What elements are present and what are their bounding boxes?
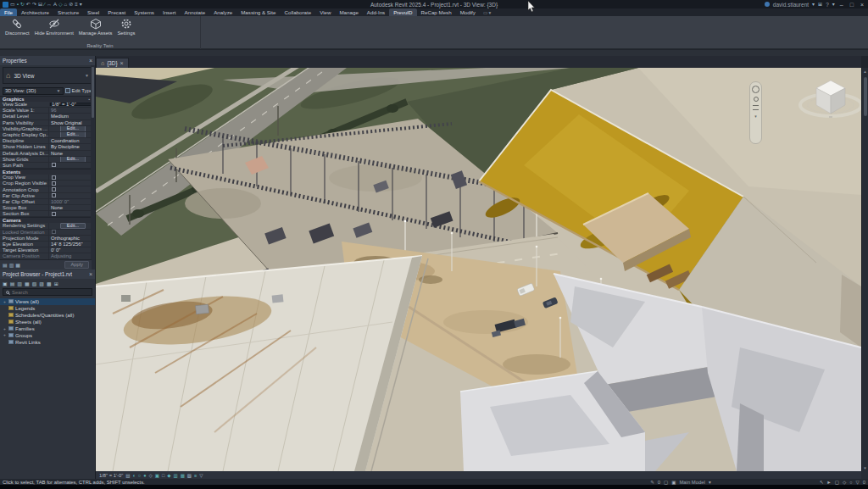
property-row[interactable]: Annotation Crop <box>0 186 95 192</box>
property-row[interactable]: View Scale1/8" = 1'-0" <box>0 102 95 108</box>
pan-icon[interactable] <box>753 105 759 106</box>
tab-manage[interactable]: Manage <box>335 8 362 16</box>
property-row[interactable]: Visibility/Graphics ...Edit... <box>0 126 95 132</box>
tab-recap-mesh[interactable]: ReCap Mesh <box>417 8 456 16</box>
browser-schedules-icon[interactable]: ▦ <box>25 281 30 286</box>
expander-icon[interactable]: + <box>3 299 7 304</box>
zoom-icon[interactable] <box>754 97 759 102</box>
user-avatar[interactable] <box>765 2 770 7</box>
shadows-icon[interactable]: ● <box>143 473 146 478</box>
tab-analyze[interactable]: Analyze <box>209 8 236 16</box>
property-row[interactable]: Show Hidden LinesBy Discipline <box>0 144 95 150</box>
edit-button[interactable]: Edit... <box>60 126 86 131</box>
browser-search[interactable] <box>3 288 92 296</box>
tab-insert[interactable]: Insert <box>159 8 180 16</box>
property-row[interactable]: Rendering SettingsEdit... <box>0 223 95 229</box>
signed-in-user[interactable]: david.stlaurent <box>773 2 809 8</box>
select-pinned-icon[interactable]: ▢ <box>835 480 839 485</box>
tree-item-revit-links[interactable]: Revit Links <box>0 338 95 345</box>
temporary-view-properties-icon[interactable]: ▧ <box>187 473 192 478</box>
tree-item-schedules[interactable]: Schedules/Quantities (all) <box>0 312 95 319</box>
property-row[interactable]: Show GridsEdit... <box>0 157 95 163</box>
crop-view-icon[interactable]: ▣ <box>155 473 159 478</box>
revit-app-icon[interactable] <box>3 2 8 8</box>
browser-families-icon[interactable]: ▧ <box>32 281 37 286</box>
property-row[interactable]: Graphic Display Op...Edit... <box>0 132 95 138</box>
scroll-down-icon[interactable]: ▼ <box>863 464 866 471</box>
properties-scrollbar[interactable] <box>91 65 95 270</box>
undo-icon[interactable]: ↶ <box>26 1 31 8</box>
restore-button[interactable]: □ <box>849 2 855 8</box>
navbar-chevron-icon[interactable]: ▾ <box>754 114 757 119</box>
drag-on-selection-icon[interactable]: ○ <box>849 480 852 485</box>
tab-view[interactable]: View <box>315 8 335 16</box>
properties-close-icon[interactable]: × <box>89 58 92 64</box>
measure-icon[interactable]: ∕ <box>44 1 45 8</box>
steering-wheel-icon[interactable] <box>752 86 760 93</box>
navigation-bar[interactable]: ▾ <box>749 81 762 144</box>
default-3d-view-icon[interactable]: ⌂ <box>64 1 68 8</box>
crop-region-visible-checkbox[interactable] <box>52 181 56 186</box>
lock-3d-view-icon[interactable]: ◆ <box>167 473 170 478</box>
manage-assets-button[interactable]: Manage Assets <box>79 18 113 36</box>
browser-home-icon[interactable]: ▣ <box>3 281 8 286</box>
open-icon[interactable]: ▭ <box>10 1 15 8</box>
tab-modify[interactable]: Modify <box>456 8 480 16</box>
design-options-icon[interactable]: ▣ <box>671 480 676 485</box>
thin-lines-icon[interactable]: ≡ <box>75 1 78 8</box>
close-button[interactable]: × <box>859 2 865 8</box>
print-icon[interactable]: ⊟ <box>38 1 42 8</box>
property-row[interactable]: Detail LevelMedium <box>0 114 95 119</box>
ribbon-display-toggle-icon[interactable]: ▭ ▾ <box>483 8 492 16</box>
edit-button[interactable]: Edit... <box>60 132 86 137</box>
property-row[interactable]: Parts VisibilityShow Original <box>0 120 95 126</box>
dimension-icon[interactable]: ↔ <box>47 1 52 8</box>
view-selector-dropdown[interactable]: 3D View: {3D} ▼ <box>3 87 64 95</box>
tab-file[interactable]: File <box>0 8 17 16</box>
apply-button[interactable]: Apply <box>64 261 89 269</box>
expander-icon[interactable]: + <box>3 326 7 331</box>
settings-button[interactable]: Settings <box>117 18 135 36</box>
extents-section-header[interactable]: Extents▪ <box>0 169 95 175</box>
browser-groups-icon[interactable]: ▨ <box>39 281 44 286</box>
crop-view-checkbox[interactable] <box>52 175 56 180</box>
hide-environment-button[interactable]: Hide Environment <box>35 18 74 36</box>
camera-section-header[interactable]: Camera▪ <box>0 217 95 223</box>
property-row[interactable]: Eye Elevation14' 8 125/256" <box>0 242 95 247</box>
tree-item-views[interactable]: +Views (all) <box>0 298 95 305</box>
project-browser-close-icon[interactable]: × <box>89 271 92 277</box>
scroll-thumb[interactable] <box>864 77 867 116</box>
search-input[interactable] <box>12 290 80 295</box>
editable-only-icon[interactable]: ▢ <box>664 480 668 485</box>
drawing-area[interactable]: ▾ <box>96 68 861 471</box>
property-row[interactable]: Crop View <box>0 175 95 181</box>
property-row[interactable]: Projection ModeOrthographic <box>0 236 95 242</box>
property-row[interactable]: Far Clip Active <box>0 193 95 199</box>
edit-button[interactable]: Edit... <box>60 223 86 228</box>
scroll-up-icon[interactable]: ▲ <box>863 68 866 75</box>
property-row[interactable]: Sun Path <box>0 163 95 169</box>
browser-links-icon[interactable]: ▩ <box>47 281 52 286</box>
reveal-hidden-elements-icon[interactable]: ▦ <box>181 473 185 478</box>
app-store-icon[interactable]: ⊞ <box>818 1 822 8</box>
tree-item-legends[interactable]: Legends <box>0 305 95 312</box>
sun-path-icon[interactable]: ○ <box>138 473 141 478</box>
text-icon[interactable]: A <box>53 1 57 8</box>
minimize-button[interactable]: – <box>838 2 845 8</box>
property-row[interactable]: Section Box <box>0 211 95 217</box>
properties-list-icon[interactable]: ▦ <box>15 262 20 268</box>
show-crop-region-icon[interactable]: □ <box>162 473 164 478</box>
section-box-checkbox[interactable] <box>52 212 56 216</box>
detail-level-icon[interactable]: ▤ <box>125 473 130 478</box>
tab-systems[interactable]: Systems <box>130 8 159 16</box>
reveal-constraints-icon[interactable]: ▽ <box>199 473 203 478</box>
property-row[interactable]: Crop Region Visible <box>0 181 95 186</box>
browser-sheets-icon[interactable]: ▥ <box>17 281 22 286</box>
help-menu-chevron-icon[interactable]: ▾ <box>832 1 835 8</box>
browser-settings-icon[interactable]: ⊞ <box>54 281 58 286</box>
tab-steel[interactable]: Steel <box>83 8 103 16</box>
properties-help-icon[interactable]: ▤ <box>3 262 8 268</box>
customize-qat-icon[interactable]: ▾ <box>80 1 82 8</box>
design-options-chevron-icon[interactable]: ▾ <box>709 480 711 485</box>
tab-massing-site[interactable]: Massing & Site <box>236 8 280 16</box>
